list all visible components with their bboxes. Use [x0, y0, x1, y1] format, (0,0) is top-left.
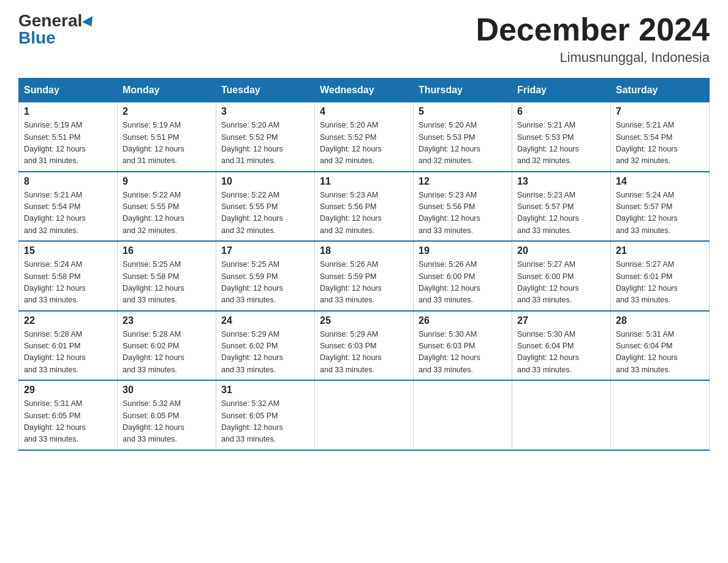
- day-info: Sunrise: 5:26 AM Sunset: 6:00 PM Dayligh…: [419, 259, 507, 307]
- day-info: Sunrise: 5:24 AM Sunset: 5:58 PM Dayligh…: [24, 259, 112, 307]
- day-cell: [512, 380, 611, 450]
- day-info: Sunrise: 5:27 AM Sunset: 6:01 PM Dayligh…: [616, 259, 704, 307]
- week-row-3: 15 Sunrise: 5:24 AM Sunset: 5:58 PM Dayl…: [19, 241, 710, 311]
- day-cell: [315, 380, 414, 450]
- day-cell: 9 Sunrise: 5:22 AM Sunset: 5:55 PM Dayli…: [118, 172, 216, 242]
- day-info: Sunrise: 5:30 AM Sunset: 6:04 PM Dayligh…: [517, 329, 605, 377]
- week-row-4: 22 Sunrise: 5:28 AM Sunset: 6:01 PM Dayl…: [19, 311, 710, 381]
- week-row-2: 8 Sunrise: 5:21 AM Sunset: 5:54 PM Dayli…: [19, 172, 710, 242]
- week-row-5: 29 Sunrise: 5:31 AM Sunset: 6:05 PM Dayl…: [19, 380, 710, 450]
- col-header-sunday: Sunday: [19, 79, 118, 102]
- day-cell: 5 Sunrise: 5:20 AM Sunset: 5:53 PM Dayli…: [414, 102, 512, 172]
- day-number: 11: [320, 176, 408, 187]
- day-cell: 30 Sunrise: 5:32 AM Sunset: 6:05 PM Dayl…: [118, 380, 216, 450]
- calendar-header-row: SundayMondayTuesdayWednesdayThursdayFrid…: [19, 79, 710, 102]
- day-info: Sunrise: 5:23 AM Sunset: 5:56 PM Dayligh…: [320, 190, 408, 237]
- day-number: 22: [24, 315, 112, 326]
- day-cell: 11 Sunrise: 5:23 AM Sunset: 5:56 PM Dayl…: [315, 172, 414, 242]
- day-info: Sunrise: 5:25 AM Sunset: 5:58 PM Dayligh…: [123, 259, 211, 307]
- day-cell: 16 Sunrise: 5:25 AM Sunset: 5:58 PM Dayl…: [118, 241, 216, 311]
- day-number: 8: [24, 176, 112, 187]
- day-cell: 8 Sunrise: 5:21 AM Sunset: 5:54 PM Dayli…: [19, 172, 118, 242]
- day-cell: 14 Sunrise: 5:24 AM Sunset: 5:57 PM Dayl…: [611, 172, 710, 242]
- logo-top-line: General: [18, 12, 96, 29]
- day-cell: 17 Sunrise: 5:25 AM Sunset: 5:59 PM Dayl…: [216, 241, 315, 311]
- day-info: Sunrise: 5:23 AM Sunset: 5:56 PM Dayligh…: [419, 190, 507, 237]
- day-cell: [611, 380, 710, 450]
- title-area: December 2024 Limusnunggal, Indonesia: [476, 12, 710, 66]
- location-text: Limusnunggal, Indonesia: [476, 50, 710, 66]
- day-cell: 20 Sunrise: 5:27 AM Sunset: 6:00 PM Dayl…: [512, 241, 611, 311]
- day-info: Sunrise: 5:21 AM Sunset: 5:54 PM Dayligh…: [24, 190, 112, 237]
- day-cell: 21 Sunrise: 5:27 AM Sunset: 6:01 PM Dayl…: [611, 241, 710, 311]
- day-cell: 3 Sunrise: 5:20 AM Sunset: 5:52 PM Dayli…: [216, 102, 315, 172]
- day-info: Sunrise: 5:20 AM Sunset: 5:52 PM Dayligh…: [221, 120, 309, 167]
- day-info: Sunrise: 5:25 AM Sunset: 5:59 PM Dayligh…: [221, 259, 309, 307]
- col-header-saturday: Saturday: [611, 79, 710, 102]
- day-cell: 10 Sunrise: 5:22 AM Sunset: 5:55 PM Dayl…: [216, 172, 315, 242]
- day-number: 16: [123, 245, 211, 256]
- day-info: Sunrise: 5:23 AM Sunset: 5:57 PM Dayligh…: [517, 190, 605, 237]
- day-info: Sunrise: 5:29 AM Sunset: 6:02 PM Dayligh…: [221, 329, 309, 377]
- day-number: 14: [616, 176, 704, 187]
- day-info: Sunrise: 5:31 AM Sunset: 6:04 PM Dayligh…: [616, 329, 704, 377]
- day-number: 15: [24, 245, 112, 256]
- day-info: Sunrise: 5:19 AM Sunset: 5:51 PM Dayligh…: [24, 120, 112, 167]
- day-number: 6: [517, 106, 605, 117]
- day-info: Sunrise: 5:28 AM Sunset: 6:01 PM Dayligh…: [24, 329, 112, 377]
- col-header-thursday: Thursday: [414, 79, 512, 102]
- day-cell: 26 Sunrise: 5:30 AM Sunset: 6:03 PM Dayl…: [414, 311, 512, 381]
- day-cell: 22 Sunrise: 5:28 AM Sunset: 6:01 PM Dayl…: [19, 311, 118, 381]
- day-cell: 24 Sunrise: 5:29 AM Sunset: 6:02 PM Dayl…: [216, 311, 315, 381]
- day-cell: 7 Sunrise: 5:21 AM Sunset: 5:54 PM Dayli…: [611, 102, 710, 172]
- day-number: 20: [517, 245, 605, 256]
- logo-blue-text: Blue: [18, 28, 56, 47]
- col-header-friday: Friday: [512, 79, 611, 102]
- day-number: 30: [123, 385, 211, 396]
- day-cell: 18 Sunrise: 5:26 AM Sunset: 5:59 PM Dayl…: [315, 241, 414, 311]
- day-number: 29: [24, 385, 112, 396]
- logo-arrow-icon: [82, 16, 97, 29]
- day-cell: [414, 380, 512, 450]
- day-number: 28: [616, 315, 704, 326]
- day-cell: 12 Sunrise: 5:23 AM Sunset: 5:56 PM Dayl…: [414, 172, 512, 242]
- day-info: Sunrise: 5:27 AM Sunset: 6:00 PM Dayligh…: [517, 259, 605, 307]
- week-row-1: 1 Sunrise: 5:19 AM Sunset: 5:51 PM Dayli…: [19, 102, 710, 172]
- day-info: Sunrise: 5:32 AM Sunset: 6:05 PM Dayligh…: [221, 398, 309, 446]
- day-cell: 31 Sunrise: 5:32 AM Sunset: 6:05 PM Dayl…: [216, 380, 315, 450]
- month-title: December 2024: [476, 12, 710, 47]
- day-info: Sunrise: 5:22 AM Sunset: 5:55 PM Dayligh…: [221, 190, 309, 237]
- day-info: Sunrise: 5:26 AM Sunset: 5:59 PM Dayligh…: [320, 259, 408, 307]
- day-number: 12: [419, 176, 507, 187]
- day-info: Sunrise: 5:30 AM Sunset: 6:03 PM Dayligh…: [419, 329, 507, 377]
- day-cell: 25 Sunrise: 5:29 AM Sunset: 6:03 PM Dayl…: [315, 311, 414, 381]
- logo: General Blue: [18, 12, 96, 47]
- day-cell: 13 Sunrise: 5:23 AM Sunset: 5:57 PM Dayl…: [512, 172, 611, 242]
- day-info: Sunrise: 5:28 AM Sunset: 6:02 PM Dayligh…: [123, 329, 211, 377]
- col-header-monday: Monday: [118, 79, 216, 102]
- day-number: 13: [517, 176, 605, 187]
- day-number: 18: [320, 245, 408, 256]
- day-info: Sunrise: 5:31 AM Sunset: 6:05 PM Dayligh…: [24, 398, 112, 446]
- day-cell: 4 Sunrise: 5:20 AM Sunset: 5:52 PM Dayli…: [315, 102, 414, 172]
- day-cell: 15 Sunrise: 5:24 AM Sunset: 5:58 PM Dayl…: [19, 241, 118, 311]
- day-info: Sunrise: 5:19 AM Sunset: 5:51 PM Dayligh…: [123, 120, 211, 167]
- day-cell: 2 Sunrise: 5:19 AM Sunset: 5:51 PM Dayli…: [118, 102, 216, 172]
- col-header-tuesday: Tuesday: [216, 79, 315, 102]
- day-number: 4: [320, 106, 408, 117]
- day-info: Sunrise: 5:29 AM Sunset: 6:03 PM Dayligh…: [320, 329, 408, 377]
- day-cell: 1 Sunrise: 5:19 AM Sunset: 5:51 PM Dayli…: [19, 102, 118, 172]
- day-number: 25: [320, 315, 408, 326]
- calendar-table: SundayMondayTuesdayWednesdayThursdayFrid…: [18, 78, 710, 451]
- day-cell: 23 Sunrise: 5:28 AM Sunset: 6:02 PM Dayl…: [118, 311, 216, 381]
- day-number: 21: [616, 245, 704, 256]
- day-info: Sunrise: 5:21 AM Sunset: 5:53 PM Dayligh…: [517, 120, 605, 167]
- day-number: 23: [123, 315, 211, 326]
- day-info: Sunrise: 5:24 AM Sunset: 5:57 PM Dayligh…: [616, 190, 704, 237]
- day-number: 5: [419, 106, 507, 117]
- day-cell: 28 Sunrise: 5:31 AM Sunset: 6:04 PM Dayl…: [611, 311, 710, 381]
- col-header-wednesday: Wednesday: [315, 79, 414, 102]
- day-cell: 6 Sunrise: 5:21 AM Sunset: 5:53 PM Dayli…: [512, 102, 611, 172]
- day-number: 7: [616, 106, 704, 117]
- day-info: Sunrise: 5:22 AM Sunset: 5:55 PM Dayligh…: [123, 190, 211, 237]
